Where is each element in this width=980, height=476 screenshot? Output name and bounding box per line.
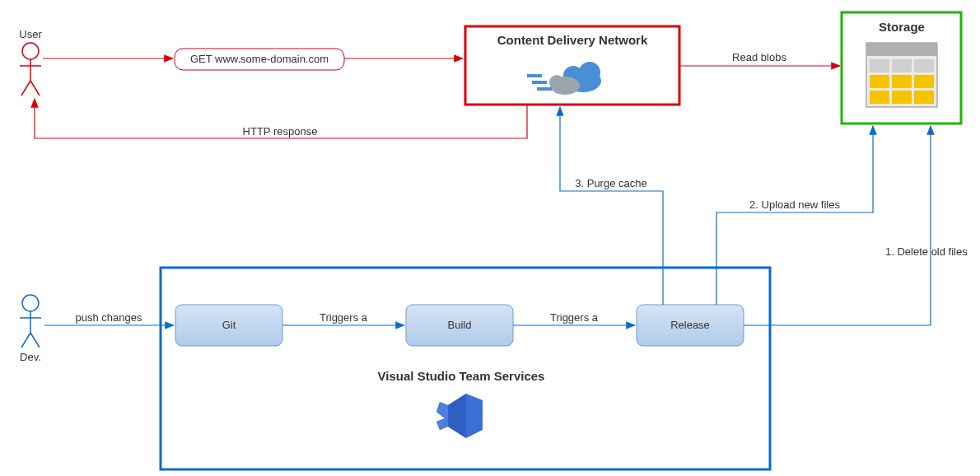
arrow-delete-old — [744, 126, 931, 325]
triggers2-label: Triggers a — [550, 311, 599, 324]
svg-rect-26 — [914, 91, 934, 104]
http-response-label: HTTP response — [243, 125, 318, 138]
svg-rect-23 — [914, 75, 934, 88]
svg-rect-18 — [870, 59, 889, 72]
dev-actor: Dev. — [20, 295, 41, 363]
svg-rect-25 — [892, 91, 912, 104]
purge-cache-label: 3. Purge cache — [575, 177, 646, 189]
cdn-title: Content Delivery Network — [497, 33, 648, 47]
svg-line-30 — [21, 333, 30, 348]
release-label: Release — [670, 319, 710, 331]
svg-rect-17 — [866, 43, 937, 56]
svg-line-31 — [30, 333, 40, 348]
user-label: User — [19, 28, 42, 40]
delete-old-label: 1. Delete old files — [885, 245, 968, 258]
upload-new-label: 2. Upload new files — [749, 198, 840, 211]
triggers1-label: Triggers a — [320, 311, 368, 324]
push-changes-label: push changes — [76, 311, 142, 324]
arrow-upload-new — [716, 126, 873, 305]
request-label: GET www.some-domain.com — [190, 53, 329, 65]
cdn-box: Content Delivery Network — [465, 26, 679, 105]
vsts-logo-icon — [436, 394, 483, 438]
storage-title: Storage — [879, 20, 925, 34]
svg-rect-24 — [870, 91, 889, 104]
svg-rect-22 — [892, 75, 912, 88]
svg-rect-21 — [870, 75, 889, 88]
svg-line-4 — [30, 81, 40, 96]
svg-rect-14 — [537, 87, 552, 91]
request-pill: GET www.some-domain.com — [175, 49, 344, 70]
svg-rect-20 — [914, 59, 934, 72]
vsts-title: Visual Studio Team Services — [378, 369, 545, 383]
build-label: Build — [448, 319, 472, 331]
svg-rect-12 — [527, 74, 542, 77]
storage-table-icon — [866, 43, 937, 107]
svg-point-0 — [22, 43, 39, 59]
read-blobs-label: Read blobs — [732, 51, 786, 63]
dev-label: Dev. — [20, 351, 41, 363]
svg-line-3 — [21, 81, 30, 96]
svg-rect-19 — [892, 59, 912, 72]
user-actor: User — [19, 28, 42, 96]
git-label: Git — [222, 319, 236, 331]
svg-point-27 — [22, 295, 39, 311]
svg-rect-13 — [532, 81, 547, 84]
storage-box: Storage — [842, 12, 961, 124]
arrow-purge-cache — [560, 107, 663, 305]
svg-point-9 — [579, 62, 600, 83]
